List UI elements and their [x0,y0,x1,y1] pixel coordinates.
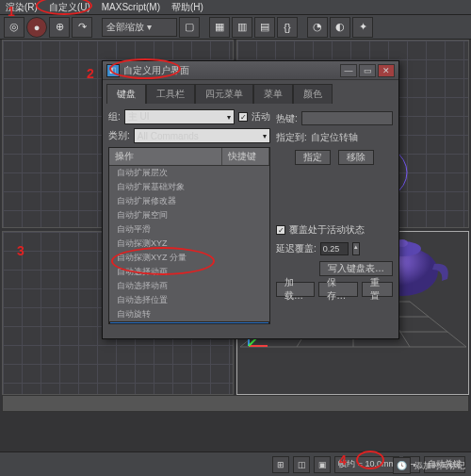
group-label: 组: [108,110,121,123]
tool-render-icon[interactable]: ◐ [330,17,350,38]
dialog-titlebar[interactable]: ◧ 自定义用户界面 — ▭ ✕ [103,61,398,80]
menu-bar: 渲染(R) 自定义(U) MAXScript(M) 帮助(H) [0,0,471,15]
remove-button[interactable]: 移除 [338,150,374,165]
list-header: 操作 快捷键 [109,148,269,166]
override-label: 覆盖处于活动状态 [289,223,365,237]
tool-snap-icon[interactable]: ⊕ [49,17,70,38]
list-item[interactable]: 自动平滑 [109,222,269,237]
list-item[interactable]: 自动扩展基础对象 [109,180,269,194]
tool-photo-icon[interactable]: ◎ [4,17,24,38]
list-item[interactable]: 自动选择动画 [109,279,269,293]
nav3-icon[interactable]: ▣ [314,456,331,473]
spinner-buttons[interactable]: ▴ [352,242,360,255]
list-item[interactable]: 自动扩展修改器 [109,194,269,208]
nav2-icon[interactable]: ◫ [293,456,310,473]
key-info: 帧约 = 10.0mm [334,456,399,473]
group-dropdown[interactable]: 主 UI▾ [124,109,235,124]
tool-grid1-icon[interactable]: ▦ [209,17,230,38]
tool-teapot-icon[interactable]: ◔ [307,17,328,38]
main-toolbar: ◎ ● ⊕ ↷ 全部缩放 ▾ ▢ ▦ ▥ ▤ {} ◔ ◐ ✦ [0,15,471,40]
tab-keyboard[interactable]: 键盘 [106,84,146,104]
tool-grid3-icon[interactable]: ▤ [254,17,275,38]
action-list[interactable]: 操作 快捷键 自动扩展层次自动扩展基础对象自动扩展修改器自动扩展空间自动平滑自动… [108,147,270,324]
menu-render[interactable]: 渲染(R) [6,1,38,14]
list-item[interactable]: 自动探测XYZ 分量 [109,251,269,265]
list-item[interactable]: 自动探测XYZ [109,237,269,251]
col-hotkey: 快捷键 [222,148,269,165]
hotkey-label: 热键: [276,112,298,125]
list-item[interactable]: 自动选择动画 [109,265,269,279]
category-label: 类别: [108,129,130,142]
list-item[interactable]: 自动旋转 [109,307,269,321]
tab-toolbars[interactable]: 工具栏 [146,84,195,104]
tool-effects-icon[interactable]: ✦ [352,17,373,38]
time-slider[interactable] [2,395,469,412]
minimize-button[interactable]: — [340,64,357,77]
tool-view-dropdown[interactable]: 全部缩放 ▾ [102,18,177,37]
tool-box-icon[interactable]: ▢ [179,17,200,38]
list-item[interactable]: 自动选择位置 [109,293,269,307]
assigned-value: 自定位转轴 [311,131,358,144]
dialog-title: 自定义用户界面 [123,64,189,77]
list-item[interactable]: 自动扩展层次 [109,166,269,180]
menu-help[interactable]: 帮助(H) [171,1,203,14]
dialog-tabs: 键盘 工具栏 四元菜单 菜单 颜色 [103,80,398,104]
category-dropdown[interactable]: All Commands▾ [134,128,270,143]
menu-maxscript[interactable]: MAXScript(M) [102,2,160,12]
delay-label: 延迟覆盖: [276,242,317,255]
col-action: 操作 [109,148,222,165]
load-button[interactable]: 加载… [276,282,315,297]
tool-brackets-icon[interactable]: {} [277,17,298,38]
list-item[interactable]: 自定位转轴 [109,321,269,323]
assign-button[interactable]: 指定 [295,150,331,165]
dialog-icon: ◧ [106,64,120,77]
close-button[interactable]: ✕ [378,64,395,77]
tool-grid2-icon[interactable]: ▥ [232,17,252,38]
svg-line-11 [410,302,466,347]
customize-ui-dialog: ◧ 自定义用户界面 — ▭ ✕ 键盘 工具栏 四元菜单 菜单 颜色 组: 主 U… [102,60,399,339]
assigned-label: 指定到: [276,131,307,144]
time-tag-icon[interactable]: 🕓 [393,457,411,474]
menu-customize[interactable]: 自定义(U) [49,1,90,14]
maximize-button[interactable]: ▭ [359,64,376,77]
tool-arrow-icon[interactable]: ↷ [72,17,92,38]
tab-quads[interactable]: 四元菜单 [195,84,253,104]
tab-colors[interactable]: 颜色 [293,84,333,104]
list-item[interactable]: 自动扩展空间 [109,208,269,222]
save-button[interactable]: 保存… [318,282,357,297]
reset-button[interactable]: 重置 [362,282,394,297]
write-keys-button[interactable]: 写入键盘表… [319,261,393,276]
delay-spinner[interactable]: 0.25 [320,242,349,255]
override-checkbox[interactable]: ✓ [276,225,285,235]
add-time-tag-label[interactable]: 添加时间标记 [414,460,465,472]
active-label: 活动 [252,110,270,123]
nav1-icon[interactable]: ⊞ [272,456,289,473]
tab-menus[interactable]: 菜单 [253,84,293,104]
hotkey-input[interactable] [301,111,393,125]
active-checkbox[interactable]: ✓ [238,112,248,122]
tool-record-icon[interactable]: ● [26,17,47,38]
